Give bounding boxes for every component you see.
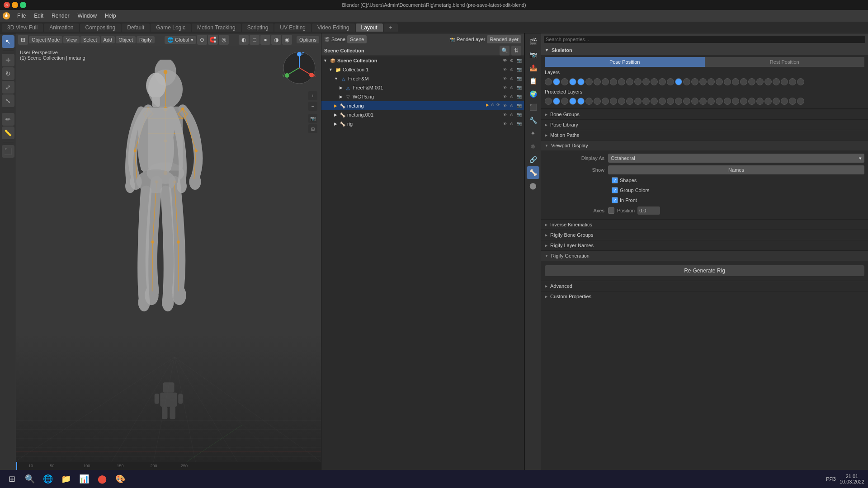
layer-dot-1[interactable] [553, 98, 560, 105]
prop-icon-view-layer[interactable]: 📋 [527, 75, 539, 87]
tab-layout[interactable]: Layout [356, 23, 383, 32]
layer-dot-13[interactable] [651, 78, 658, 85]
object-menu[interactable]: Object [116, 36, 136, 43]
pose-position-btn[interactable]: Pose Position [545, 57, 705, 67]
group-colors-checkbox[interactable]: ✓ [612, 187, 618, 193]
layer-dot-26[interactable] [756, 78, 764, 85]
layer-dot-20[interactable] [708, 78, 715, 85]
layer-dot-22[interactable] [724, 78, 731, 85]
tab-default[interactable]: Default [122, 23, 150, 32]
layer-dot-9[interactable] [618, 98, 625, 105]
layer-dot-22[interactable] [724, 98, 731, 105]
metarig001-sel[interactable]: ⊙ [509, 112, 515, 118]
layer-dot-3[interactable] [569, 98, 576, 105]
layer-dot-31[interactable] [797, 78, 804, 85]
tool-measure[interactable]: 📏 [2, 127, 14, 139]
outliner-item-freefm001[interactable]: ▶ △ FreeF&M.001 👁 ⊙ 📷 [321, 83, 524, 92]
layer-dot-25[interactable] [748, 98, 755, 105]
freefm-render[interactable]: 📷 [516, 75, 522, 82]
render-layer-value[interactable]: RenderLayer [487, 35, 521, 43]
skeleton-section-header[interactable]: ▼ Skeleton [541, 45, 868, 55]
regen-rig-button[interactable]: Re-Generate Rig [545, 265, 864, 276]
layer-dot-2[interactable] [561, 98, 568, 105]
layer-dot-13[interactable] [651, 98, 658, 105]
outliner-item-rig[interactable]: ▶ 🦴 rig 👁 ⊙ 📷 [321, 119, 524, 128]
pose-library-header[interactable]: Pose Library [541, 120, 868, 130]
layer-dot-24[interactable] [740, 78, 747, 85]
metarig001-eye[interactable]: 👁 [501, 112, 508, 118]
layer-dot-17[interactable] [683, 78, 690, 85]
prop-icon-material[interactable]: ⬤ [527, 179, 539, 192]
layer-dot-4[interactable] [577, 78, 585, 85]
view-menu[interactable]: View [63, 36, 80, 43]
outliner-item-collection1[interactable]: ▼ 📁 Collection 1 👁 ⊙ 📷 [321, 65, 524, 74]
tool-cursor[interactable]: ↖ [2, 35, 14, 48]
solid-btn[interactable]: ● [260, 35, 270, 45]
layer-dot-0[interactable] [545, 78, 552, 85]
orientation-dropdown[interactable]: 🌐 Global ▾ [165, 36, 196, 44]
layer-dot-3[interactable] [569, 78, 576, 85]
prop-icon-output[interactable]: 📤 [527, 61, 539, 74]
scene-selector[interactable]: 🎬 Scene Scene [324, 35, 367, 43]
prop-icon-physics[interactable]: ⚛ [527, 140, 539, 153]
layer-dot-30[interactable] [789, 78, 796, 85]
layer-dot-6[interactable] [594, 98, 601, 105]
freefm001-eye[interactable]: 👁 [501, 84, 508, 91]
viewport-mode-icon[interactable]: ⊞ [18, 35, 28, 45]
in-front-checkbox[interactable]: ✓ [612, 197, 618, 203]
metarig-action2[interactable]: ⊙ [491, 103, 495, 109]
display-as-dropdown[interactable]: Octahedral ▾ [608, 154, 864, 163]
rigify-menu[interactable]: Rigify [137, 36, 155, 43]
close-button[interactable]: ✕ [4, 2, 10, 8]
layer-dot-29[interactable] [781, 98, 788, 105]
rest-position-btn[interactable]: Rest Position [705, 57, 865, 67]
viewport-display-header[interactable]: Viewport Display [541, 141, 868, 150]
tab-video-editing[interactable]: Video Editing [312, 23, 355, 32]
layer-dot-10[interactable] [626, 78, 633, 85]
metarig-render[interactable]: 📷 [516, 103, 522, 109]
prop-icon-render[interactable]: 📷 [527, 48, 539, 61]
rigify-layer-names-header[interactable]: Rigify Layer Names [541, 240, 868, 250]
orientation-gizmo[interactable]: Z X Y [281, 50, 317, 86]
layer-dot-23[interactable] [732, 78, 739, 85]
layer-dot-8[interactable] [610, 78, 617, 85]
metarig-eye[interactable]: 👁 [501, 103, 508, 109]
outliner-scene-collection[interactable]: ▼ 📦 Scene Collection 👁 ⊙ 📷 [321, 56, 524, 65]
layer-dot-12[interactable] [642, 98, 650, 105]
tab-scripting[interactable]: Scripting [242, 23, 274, 32]
material-btn[interactable]: ◑ [271, 35, 281, 45]
layer-dot-4[interactable] [577, 98, 585, 105]
layer-dot-27[interactable] [764, 78, 772, 85]
layer-dot-25[interactable] [748, 78, 755, 85]
collection1-eye[interactable]: 👁 [501, 66, 508, 73]
select-menu[interactable]: Select [80, 36, 100, 43]
layer-dot-26[interactable] [756, 98, 764, 105]
inverse-kinematics-header[interactable]: Inverse Kinematics [541, 220, 868, 230]
prop-icon-object[interactable]: ⬛ [527, 101, 539, 113]
tool-add-cube[interactable]: ⬛ [2, 145, 14, 158]
layer-dot-28[interactable] [773, 78, 780, 85]
prop-icon-modifier[interactable]: 🔧 [527, 114, 539, 127]
prop-search-input[interactable] [544, 36, 865, 43]
layer-dot-7[interactable] [602, 78, 609, 85]
menu-file[interactable]: File [14, 12, 29, 20]
render-btn[interactable]: ◉ [282, 35, 292, 45]
layer-dot-14[interactable] [659, 78, 666, 85]
outliner-item-wgt5[interactable]: ▶ ▽ WGT5.rig 👁 ⊙ 📷 [321, 92, 524, 101]
metarig-action3[interactable]: ⟳ [496, 103, 500, 109]
layer-dot-0[interactable] [545, 98, 552, 105]
motion-paths-header[interactable]: Motion Paths [541, 130, 868, 140]
layer-dot-18[interactable] [691, 78, 698, 85]
layer-dot-9[interactable] [618, 78, 625, 85]
camera-btn[interactable]: 📷 [308, 114, 317, 123]
layer-dot-15[interactable] [667, 98, 674, 105]
prop-icon-world[interactable]: 🌍 [527, 88, 539, 100]
layer-dot-28[interactable] [773, 98, 780, 105]
metarig-action1[interactable]: ▶ [486, 103, 489, 109]
metarig001-render[interactable]: 📷 [516, 112, 522, 118]
proportional-btn[interactable]: ◎ [219, 35, 229, 45]
menu-render[interactable]: Render [48, 12, 73, 20]
wireframe-btn[interactable]: □ [250, 35, 259, 45]
scene-value[interactable]: Scene [347, 35, 367, 43]
layer-dot-10[interactable] [626, 98, 633, 105]
